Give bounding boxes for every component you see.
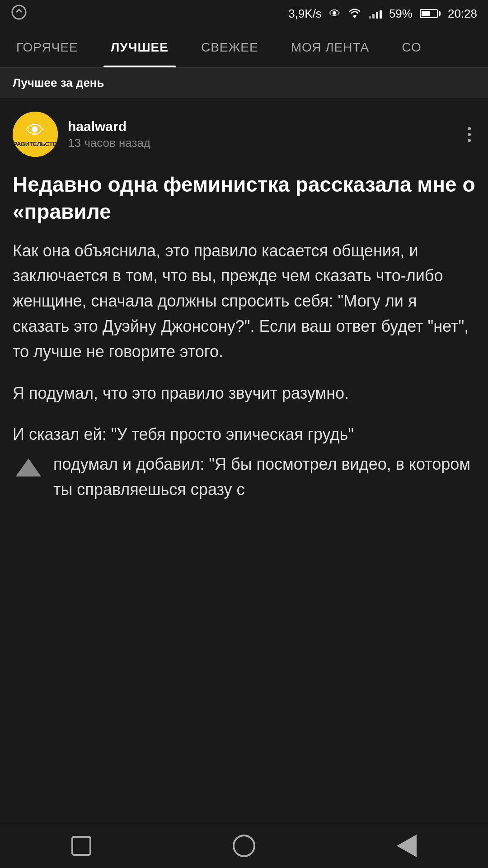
upvote-arrow-icon	[16, 458, 41, 476]
svg-point-1	[353, 15, 356, 18]
post-meta: haalward 13 часов назад	[68, 119, 150, 150]
tab-fresh[interactable]: СВЕЖЕЕ	[185, 27, 275, 67]
eye-icon: 👁	[329, 7, 341, 21]
post-author-section: 👁 ПРАВИТЕЛЬСТВО haalward 13 часов назад	[13, 112, 150, 157]
status-bar-right: 3,9K/s 👁 59% 20:28	[288, 7, 477, 21]
post-body: Как она объяснила, это правило касается …	[13, 238, 475, 448]
battery-icon	[420, 9, 441, 18]
bottom-navigation	[0, 823, 488, 868]
post-time: 13 часов назад	[68, 136, 150, 150]
post-paragraph-2: Я подумал, что это правило звучит разумн…	[13, 381, 475, 406]
back-button[interactable]	[389, 832, 425, 859]
square-icon	[71, 836, 91, 856]
time: 20:28	[448, 7, 477, 21]
more-dot-1	[468, 127, 471, 130]
post-header: 👁 ПРАВИТЕЛЬСТВО haalward 13 часов назад	[13, 112, 475, 157]
navigation-tabs: ГОРЯЧЕЕ ЛУЧШЕЕ СВЕЖЕЕ МОЯ ЛЕНТА СО	[0, 27, 488, 68]
battery-percent: 59%	[389, 7, 413, 21]
tab-feed[interactable]: МОЯ ЛЕНТА	[275, 27, 386, 67]
upvote-section: подумал и добавил: "Я бы посмотрел видео…	[13, 452, 475, 502]
recent-apps-button[interactable]	[63, 832, 99, 859]
home-button[interactable]	[226, 832, 262, 859]
post-paragraph-3: И сказал ей: "У тебя просто эпическая гр…	[13, 422, 475, 447]
tab-hot[interactable]: ГОРЯЧЕЕ	[0, 27, 94, 67]
status-bar: 3,9K/s 👁 59% 20:28	[0, 0, 488, 27]
post-paragraph-1: Как она объяснила, это правило касается …	[13, 238, 475, 364]
svg-point-0	[12, 5, 26, 19]
post-author-name[interactable]: haalward	[68, 119, 150, 134]
back-arrow-icon	[397, 835, 417, 857]
filter-prefix: Лучшее	[13, 76, 61, 90]
tab-co[interactable]: СО	[385, 27, 437, 67]
filter-suffix: за день	[61, 76, 104, 90]
filter-bar: Лучшее за день	[0, 68, 488, 98]
wifi-icon	[348, 7, 361, 21]
tab-best[interactable]: ЛУЧШЕЕ	[94, 27, 185, 67]
more-options-button[interactable]	[463, 123, 475, 146]
circle-icon	[233, 835, 255, 857]
avatar: 👁 ПРАВИТЕЛЬСТВО	[13, 112, 58, 157]
continuation-text: подумал и добавил: "Я бы посмотрел видео…	[53, 452, 475, 502]
post-title: Недавно одна феминистка рассказала мне о…	[13, 171, 475, 226]
avatar-eye-icon: 👁	[26, 121, 45, 140]
more-dot-2	[468, 133, 471, 136]
system-icon	[11, 4, 27, 24]
network-speed: 3,9K/s	[288, 7, 322, 21]
more-dot-3	[468, 139, 471, 142]
upvote-button[interactable]	[13, 452, 44, 483]
signal-icon	[369, 9, 382, 19]
post-container: 👁 ПРАВИТЕЛЬСТВО haalward 13 часов назад …	[0, 98, 488, 511]
